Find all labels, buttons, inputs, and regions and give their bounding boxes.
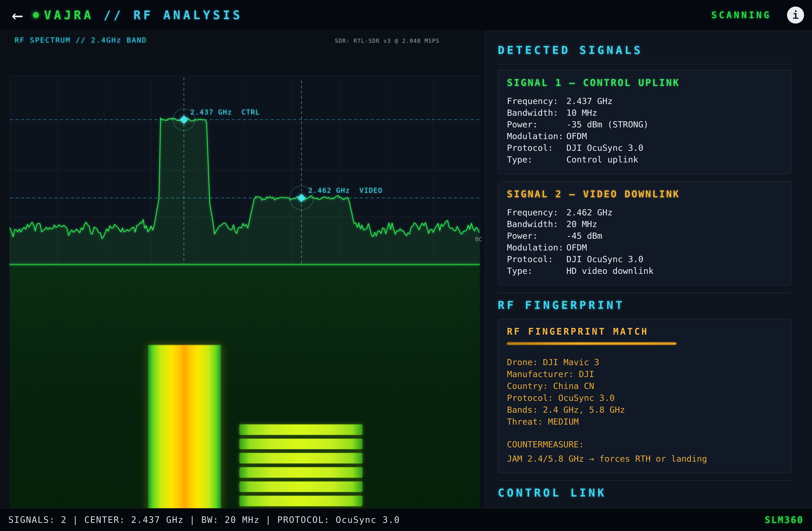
rf-fingerprint-heading: RF FINGERPRINT	[498, 299, 792, 311]
signal-field: Power:-35 dBm (STRONG)	[507, 119, 782, 130]
signal-field: Type:HD video downlink	[507, 265, 782, 277]
waterfall-burst-stripe	[240, 496, 362, 506]
fingerprint-field: Threat: MEDIUM	[507, 416, 782, 428]
waterfall-burst-stripe	[240, 424, 362, 435]
info-button[interactable]: i	[787, 6, 804, 24]
section-divider	[498, 293, 792, 293]
back-arrow-icon[interactable]: ←	[5, 5, 29, 25]
fingerprint-field: Protocol: OcuSync 3.0	[507, 392, 782, 404]
fingerprint-match-title: RF FINGERPRINT MATCH	[507, 326, 782, 337]
waterfall-burst-stripe	[240, 453, 362, 463]
spectrum-trace	[10, 76, 480, 264]
signal-field: Protocol:DJI OcuSync 3.0	[507, 253, 782, 265]
signal-1-card: SIGNAL 1 — CONTROL UPLINK Frequency:2.43…	[498, 70, 792, 174]
plot-bottom-border	[10, 264, 480, 265]
fingerprint-field: Manufacturer: DJI	[507, 368, 782, 380]
signal-1-title: SIGNAL 1 — CONTROL UPLINK	[507, 77, 782, 88]
top-bar: ← VAJRA // RF ANALYSIS SCANNING i	[0, 0, 812, 30]
signal-field: Bandwidth:10 MHz	[507, 107, 782, 119]
sdr-info-text: SDR: RTL-SDR v3 @ 2.048 MSPS	[335, 38, 439, 44]
fingerprint-match-bar	[507, 342, 677, 345]
signal-field: Modulation:OFDM	[507, 130, 782, 142]
countermeasure-value: JAM 2.4/5.8 GHz → forces RTH or landing	[507, 453, 782, 464]
title-separator: //	[94, 8, 134, 22]
status-summary: SIGNALS: 2 | CENTER: 2.437 GHz | BW: 20 …	[8, 515, 400, 525]
spectrum-plot	[10, 76, 480, 264]
signal-field: Power:-45 dBm	[507, 230, 782, 242]
app-title: VAJRA // RF ANALYSIS	[44, 8, 243, 22]
status-dot-icon	[33, 12, 39, 18]
signal-field: Bandwidth:20 MHz	[507, 218, 782, 230]
fingerprint-field: Drone: DJI Mavic 3	[507, 356, 782, 368]
brand-name: VAJRA	[44, 8, 94, 22]
waterfall-band-control	[147, 345, 222, 531]
spectrum-title: RF SPECTRUM // 2.4GHz BAND	[15, 36, 147, 44]
device-id: SLM360	[765, 515, 804, 525]
countermeasure-block: COUNTERMEASURE: JAM 2.4/5.8 GHz → forces…	[507, 439, 782, 464]
section-divider	[498, 64, 792, 64]
signal-2-card: SIGNAL 2 — VIDEO DOWNLINK Frequency:2.46…	[498, 181, 792, 285]
control-link-heading: CONTROL LINK	[498, 486, 792, 499]
detected-signals-heading: DETECTED SIGNALS	[498, 44, 792, 57]
clipped-corner-label: 0C	[475, 236, 482, 243]
info-icon: i	[792, 9, 799, 21]
signal-field: Modulation:OFDM	[507, 242, 782, 253]
signal-2-title: SIGNAL 2 — VIDEO DOWNLINK	[507, 189, 782, 200]
status-bar: SIGNALS: 2 | CENTER: 2.437 GHz | BW: 20 …	[0, 508, 812, 531]
detected-signals-panel: DETECTED SIGNALS SIGNAL 1 — CONTROL UPLI…	[485, 30, 812, 508]
countermeasure-label: COUNTERMEASURE:	[507, 439, 782, 450]
waterfall-burst-stripe	[240, 482, 362, 492]
signal-annotation-video: 2.462 GHz VIDEO	[308, 187, 383, 194]
waterfall-display	[10, 265, 480, 531]
signal-field: Protocol:DJI OcuSync 3.0	[507, 142, 782, 154]
spectrum-display-area: RF SPECTRUM // 2.4GHz BAND SDR: RTL-SDR …	[0, 30, 485, 508]
fingerprint-field: Bands: 2.4 GHz, 5.8 GHz	[507, 404, 782, 416]
signal-field: Type:Control uplink	[507, 154, 782, 165]
signal-field: Frequency:2.437 GHz	[507, 95, 782, 107]
scanning-status: SCANNING	[711, 10, 771, 20]
page-title: RF ANALYSIS	[133, 8, 243, 22]
rf-fingerprint-card: RF FINGERPRINT MATCH Drone: DJI Mavic 3 …	[498, 319, 792, 473]
signal-field: Frequency:2.462 GHz	[507, 207, 782, 218]
rf-analysis-app: ← VAJRA // RF ANALYSIS SCANNING i RF SPE…	[0, 0, 812, 531]
section-divider	[498, 480, 792, 481]
waterfall-burst-stripe	[240, 439, 362, 449]
fingerprint-field: Country: China CN	[507, 380, 782, 392]
signal-annotation-ctrl: 2.437 GHz CTRL	[190, 108, 260, 116]
waterfall-burst-stripe	[240, 467, 362, 478]
